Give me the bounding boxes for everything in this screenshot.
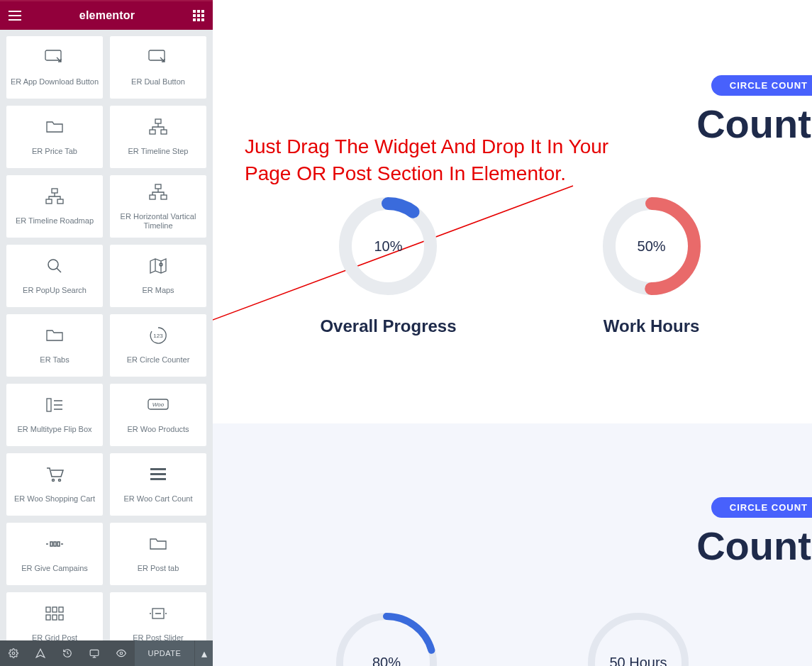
widget-er-multitype-flip-box[interactable]: ER Multitype Flip Box: [6, 383, 104, 447]
widget-er-maps[interactable]: ER Maps: [109, 244, 207, 308]
widget-label: ER Timeline Roadmap: [13, 216, 96, 226]
widget-label: ER Grid Post: [29, 633, 80, 640]
widget-er-horizontal-vartical-timeline[interactable]: ER Horizontal Vartical Timeline: [109, 174, 207, 238]
counter-partial-1[interactable]: 80%: [332, 608, 442, 666]
counter-overall-progress[interactable]: 10% Overall Progress: [320, 193, 456, 336]
svg-rect-26: [52, 607, 57, 612]
widget-er-dual-button[interactable]: ER Dual Button: [109, 35, 207, 99]
section-title: Counte: [696, 101, 812, 147]
folder-icon: [45, 117, 64, 137]
cursor-box-icon: [148, 48, 168, 67]
widget-er-timeline-roadmap[interactable]: ER Timeline Roadmap: [6, 174, 104, 238]
navigator-icon[interactable]: [27, 640, 54, 666]
section-title: Counte: [696, 523, 812, 569]
widget-er-tabs[interactable]: ER Tabs: [6, 313, 104, 377]
history-icon[interactable]: [54, 640, 81, 666]
responsive-icon[interactable]: [81, 640, 108, 666]
widgets-grid-icon[interactable]: [193, 10, 204, 21]
svg-rect-4: [161, 130, 167, 134]
widget-label: ER Tabs: [37, 355, 72, 365]
sidebar-header: elementor: [0, 1, 213, 30]
slider-icon: [148, 604, 168, 623]
elementor-sidebar: elementor ER App Download ButtonER Dual …: [0, 0, 213, 666]
update-button[interactable]: UPDATE: [135, 640, 194, 666]
widget-label: ER Woo Cart Count: [121, 494, 195, 504]
widget-er-grid-post[interactable]: ER Grid Post: [6, 592, 104, 640]
widget-label: ER Maps: [139, 286, 177, 295]
widget-label: ER Woo Products: [124, 425, 191, 434]
section-counter-1[interactable]: Just Drag The Widget And Drop It In Your…: [213, 1, 812, 423]
widget-label: ER PopUp Search: [20, 286, 89, 295]
svg-rect-2: [155, 119, 161, 123]
folder-icon: [149, 534, 167, 554]
widget-er-timeline-step[interactable]: ER Timeline Step: [109, 105, 207, 169]
widget-label: ER Give Campains: [18, 564, 91, 573]
counter-value: 50%: [599, 193, 705, 299]
svg-text:Woo: Woo: [152, 401, 165, 408]
counter-icon: 123: [149, 326, 167, 345]
sidebar-footer: UPDATE ▴: [0, 640, 213, 666]
svg-rect-10: [161, 195, 167, 199]
sitemap-icon: [148, 182, 168, 202]
grid-icon: [45, 604, 64, 623]
svg-rect-14: [47, 399, 51, 411]
svg-rect-30: [59, 615, 63, 620]
settings-icon[interactable]: [0, 640, 27, 666]
svg-rect-21: [150, 478, 166, 480]
svg-rect-20: [150, 473, 166, 475]
counter-label: Overall Progress: [320, 316, 456, 336]
folder-icon: [45, 326, 64, 345]
svg-rect-8: [155, 184, 161, 189]
svg-point-17: [52, 479, 55, 482]
circle-counter-ring: 50 Hours: [584, 608, 694, 666]
section-counter-2[interactable]: CIRCLE COUNT Counte 80% 50 Hours: [213, 423, 812, 666]
widget-label: ER Post tab: [135, 564, 182, 573]
sitemap-icon: [45, 187, 65, 206]
widget-er-woo-shopping-cart[interactable]: ER Woo Shopping Cart: [6, 453, 104, 516]
widget-label: ER App Download Button: [8, 77, 101, 87]
svg-rect-3: [150, 130, 155, 134]
widget-er-post-tab[interactable]: ER Post tab: [109, 522, 207, 586]
widget-label: ER Price Tab: [29, 147, 80, 156]
svg-rect-38: [90, 650, 99, 655]
counter-value: 10%: [335, 193, 441, 299]
counter-value: 80%: [332, 608, 442, 666]
widget-label: ER Horizontal Vartical Timeline: [110, 212, 206, 231]
widget-er-woo-products[interactable]: WooER Woo Products: [109, 383, 207, 447]
widget-er-popup-search[interactable]: ER PopUp Search: [6, 244, 104, 308]
dots-icon: [45, 534, 65, 554]
widget-er-post-slider[interactable]: ER Post Slider: [109, 592, 207, 640]
svg-point-39: [120, 652, 123, 655]
widget-er-give-campains[interactable]: ER Give Campains: [6, 522, 104, 586]
widget-label: ER Timeline Step: [126, 147, 191, 156]
list-icon: [45, 395, 64, 415]
widget-label: ER Multitype Flip Box: [14, 425, 94, 434]
counter-partial-2[interactable]: 50 Hours: [584, 608, 694, 666]
widgets-panel: ER App Download ButtonER Dual ButtonER P…: [0, 30, 213, 640]
svg-text:123: 123: [153, 333, 163, 339]
annotation-text: Just Drag The Widget And Drop It In Your…: [245, 133, 642, 187]
widget-er-woo-cart-count[interactable]: ER Woo Cart Count: [109, 453, 207, 516]
widget-er-app-download-button[interactable]: ER App Download Button: [6, 35, 104, 99]
cart-icon: [45, 465, 64, 484]
counters-row: 80% 50 Hours: [213, 608, 812, 666]
counters-row: 10% Overall Progress 50% Work Hours: [213, 193, 812, 336]
counter-work-hours[interactable]: 50% Work Hours: [599, 193, 705, 336]
svg-rect-27: [59, 607, 63, 612]
svg-rect-6: [46, 199, 52, 204]
preview-icon[interactable]: [108, 640, 135, 666]
cursor-box-icon: [45, 48, 65, 67]
circle-counter-ring: 80%: [332, 608, 442, 666]
svg-rect-5: [52, 189, 57, 193]
svg-rect-29: [52, 615, 57, 620]
svg-point-11: [48, 260, 58, 270]
section-badge: CIRCLE COUNT: [711, 497, 812, 518]
brand-label: elementor: [79, 9, 135, 22]
bars-icon: [150, 465, 166, 484]
widget-er-circle-counter[interactable]: 123ER Circle Counter: [109, 313, 207, 377]
svg-rect-7: [57, 199, 63, 204]
update-options-caret[interactable]: ▴: [194, 640, 213, 666]
widget-label: ER Dual Button: [128, 77, 188, 87]
menu-icon[interactable]: [9, 11, 21, 21]
widget-er-price-tab[interactable]: ER Price Tab: [6, 105, 104, 169]
